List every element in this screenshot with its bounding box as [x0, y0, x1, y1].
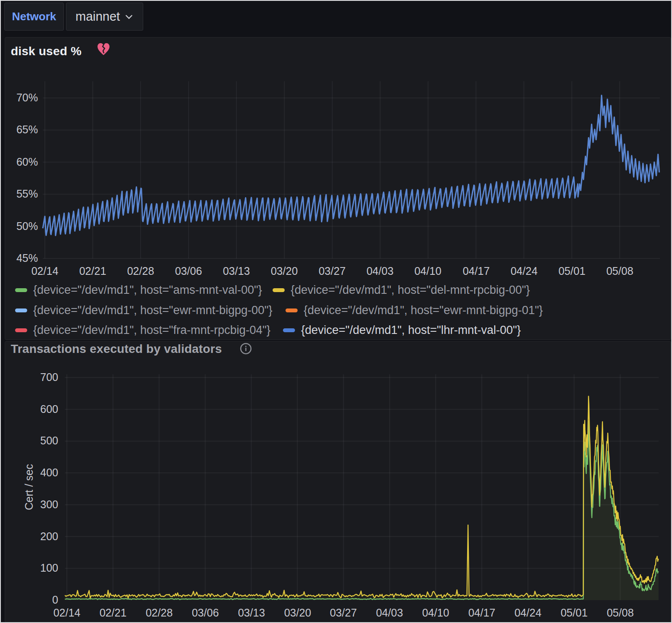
svg-text:55%: 55%: [16, 188, 38, 200]
svg-text:03/13: 03/13: [238, 607, 265, 619]
svg-text:05/08: 05/08: [607, 607, 634, 619]
svg-text:500: 500: [40, 434, 58, 447]
svg-text:04/10: 04/10: [415, 265, 442, 277]
svg-text:60%: 60%: [16, 156, 38, 168]
svg-text:Cert / sec: Cert / sec: [23, 464, 35, 510]
svg-text:03/20: 03/20: [271, 265, 298, 277]
svg-text:700: 700: [40, 371, 58, 383]
svg-text:03/27: 03/27: [330, 607, 357, 619]
svg-text:03/13: 03/13: [223, 265, 250, 277]
svg-text:400: 400: [40, 466, 58, 478]
svg-text:04/17: 04/17: [463, 265, 490, 277]
svg-text:03/20: 03/20: [284, 607, 311, 619]
svg-text:100: 100: [40, 562, 58, 574]
svg-text:65%: 65%: [16, 123, 38, 135]
svg-text:04/10: 04/10: [422, 607, 449, 619]
svg-text:45%: 45%: [16, 252, 38, 264]
svg-text:02/21: 02/21: [79, 265, 107, 277]
svg-text:02/14: 02/14: [53, 607, 81, 619]
svg-text:02/21: 02/21: [100, 607, 127, 619]
svg-text:03/06: 03/06: [192, 607, 219, 619]
svg-text:03/06: 03/06: [175, 265, 202, 277]
svg-text:04/24: 04/24: [515, 607, 542, 619]
svg-text:05/08: 05/08: [606, 265, 634, 277]
svg-text:02/14: 02/14: [31, 265, 59, 277]
svg-text:200: 200: [40, 530, 58, 542]
svg-text:70%: 70%: [16, 91, 38, 104]
svg-text:0: 0: [52, 594, 58, 606]
svg-text:04/03: 04/03: [367, 265, 394, 277]
svg-text:05/01: 05/01: [561, 607, 588, 619]
svg-text:04/03: 04/03: [376, 607, 403, 619]
svg-text:300: 300: [40, 498, 58, 510]
svg-text:02/28: 02/28: [146, 607, 173, 619]
svg-text:50%: 50%: [16, 220, 38, 232]
svg-text:04/17: 04/17: [468, 607, 496, 619]
svg-text:02/28: 02/28: [127, 265, 154, 277]
svg-text:03/27: 03/27: [319, 265, 346, 277]
svg-text:04/24: 04/24: [511, 265, 538, 277]
svg-text:600: 600: [40, 403, 58, 415]
svg-text:05/01: 05/01: [559, 265, 586, 277]
